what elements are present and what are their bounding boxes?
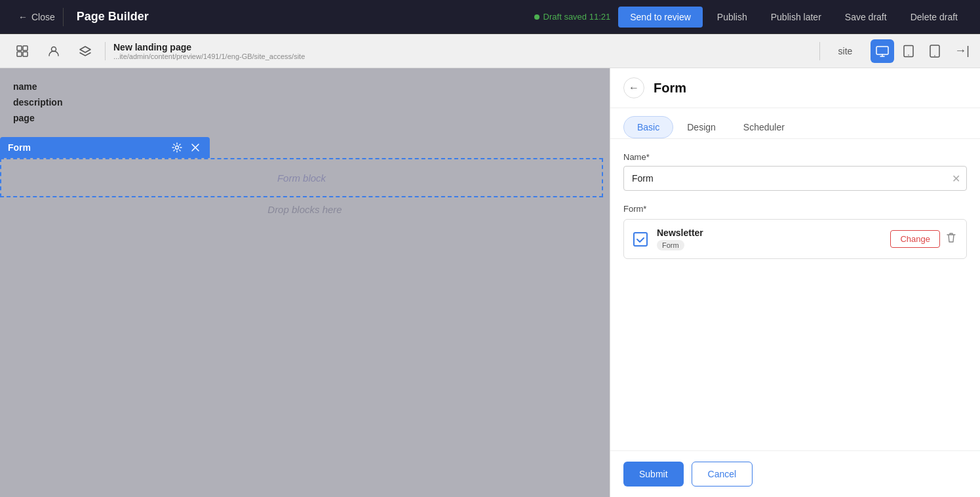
canvas-label-name: name xyxy=(13,81,597,92)
right-panel: ← Form Basic Design Scheduler Name* ✕ Fo… xyxy=(610,68,980,497)
name-field-label: Name* xyxy=(623,152,967,162)
publish-later-button[interactable]: Publish later xyxy=(759,7,833,28)
canvas-labels: name description page xyxy=(0,68,610,142)
save-draft-button[interactable]: Save draft xyxy=(833,7,899,28)
form-settings-icon[interactable] xyxy=(170,141,184,154)
draft-saved-text: Draft saved 11:21 xyxy=(543,12,611,22)
draft-saved-dot xyxy=(534,14,539,20)
panel-header: ← Form xyxy=(610,68,980,108)
form-field-label: Form* xyxy=(623,204,967,214)
svg-rect-5 xyxy=(876,47,888,54)
panel-body: Name* ✕ Form* Newsletter Form Change xyxy=(610,139,980,450)
tab-scheduler[interactable]: Scheduler xyxy=(730,116,798,138)
expand-icon[interactable]: →| xyxy=(954,44,970,58)
top-bar: ← Close Page Builder Draft saved 11:21 S… xyxy=(0,0,980,34)
draft-saved-indicator: Draft saved 11:21 xyxy=(534,12,611,22)
mobile-view-button[interactable] xyxy=(923,39,947,63)
svg-rect-0 xyxy=(17,46,22,50)
form-item-checkbox[interactable] xyxy=(633,232,648,247)
svg-point-7 xyxy=(909,54,910,56)
send-to-review-button[interactable]: Send to review xyxy=(618,7,703,28)
canvas: name description page Form xyxy=(0,68,610,497)
change-button[interactable]: Change xyxy=(890,230,940,248)
topbar-actions: Send to review Publish Publish later Sav… xyxy=(618,7,970,28)
form-block-wrapper: Form Form block xyxy=(0,137,610,197)
form-block-header: Form xyxy=(0,137,210,158)
canvas-label-page: page xyxy=(13,113,597,123)
tablet-view-button[interactable] xyxy=(897,39,920,63)
site-label: site xyxy=(828,46,863,56)
drop-blocks-text: Drop blocks here xyxy=(267,204,342,215)
page-url: ...ite/admin/content/preview/1491/1/eng-… xyxy=(113,52,812,60)
tab-design[interactable]: Design xyxy=(673,116,730,138)
name-clear-icon[interactable]: ✕ xyxy=(952,172,960,185)
submit-button[interactable]: Submit xyxy=(623,462,684,487)
svg-rect-1 xyxy=(23,46,28,50)
name-field-wrap: ✕ xyxy=(623,166,967,191)
canvas-label-description: description xyxy=(13,97,597,108)
svg-rect-2 xyxy=(17,52,22,56)
form-item-card: Newsletter Form Change xyxy=(623,219,967,259)
form-item-tag: Form xyxy=(657,240,684,250)
layout-icon[interactable] xyxy=(10,39,34,63)
toolbar: New landing page ...ite/admin/content/pr… xyxy=(0,34,980,68)
layers-icon[interactable] xyxy=(73,39,97,63)
form-item-name: Newsletter xyxy=(657,228,881,238)
tab-basic-label: Basic xyxy=(637,122,659,132)
form-block-placeholder: Form block xyxy=(277,172,326,184)
page-builder-title: Page Builder xyxy=(77,10,526,24)
form-item-actions: Change xyxy=(890,230,957,248)
form-block-label: Form xyxy=(8,142,170,153)
delete-button[interactable] xyxy=(945,231,957,247)
panel-footer: Submit Cancel xyxy=(610,450,980,497)
tab-design-label: Design xyxy=(687,122,716,132)
desktop-view-button[interactable] xyxy=(871,39,894,63)
panel-title: Form xyxy=(654,81,686,96)
form-block-icons xyxy=(170,141,202,154)
drop-blocks-area: Drop blocks here xyxy=(0,189,610,229)
panel-back-button[interactable]: ← xyxy=(623,77,644,98)
form-item-info: Newsletter Form xyxy=(657,228,881,250)
user-icon[interactable] xyxy=(42,39,66,63)
svg-rect-3 xyxy=(23,52,28,56)
form-close-icon[interactable] xyxy=(189,141,202,154)
device-switcher xyxy=(871,39,947,63)
page-info: New landing page ...ite/admin/content/pr… xyxy=(105,42,820,60)
page-name: New landing page xyxy=(113,42,812,52)
tab-basic[interactable]: Basic xyxy=(623,116,673,138)
svg-point-10 xyxy=(176,146,179,149)
svg-point-9 xyxy=(935,55,936,56)
name-input[interactable] xyxy=(623,166,967,191)
arrow-left-icon: ← xyxy=(18,12,28,22)
panel-tabs: Basic Design Scheduler xyxy=(610,108,980,139)
main-content: name description page Form xyxy=(0,68,980,497)
tab-scheduler-label: Scheduler xyxy=(743,122,785,132)
cancel-button[interactable]: Cancel xyxy=(692,462,753,487)
publish-button[interactable]: Publish xyxy=(705,7,759,28)
close-button[interactable]: ← Close xyxy=(10,8,64,26)
delete-draft-button[interactable]: Delete draft xyxy=(899,7,970,28)
back-arrow-icon: ← xyxy=(629,82,639,94)
close-label: Close xyxy=(31,12,55,22)
